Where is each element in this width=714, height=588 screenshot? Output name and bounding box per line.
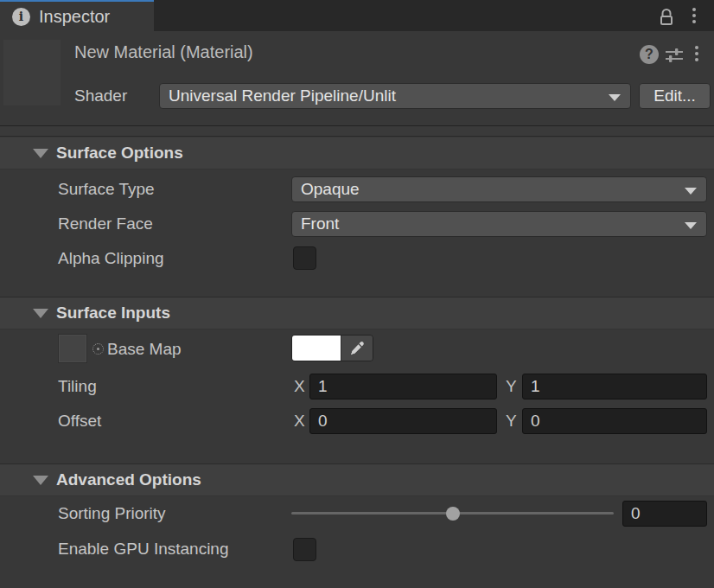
sorting-priority-slider[interactable] (291, 501, 614, 527)
tiling-x-label: X (294, 374, 305, 399)
tiling-x-input[interactable]: 1 (309, 374, 497, 399)
offset-y-input[interactable]: 0 (522, 408, 707, 434)
help-icon[interactable]: ? (640, 45, 659, 64)
object-picker-icon[interactable] (92, 343, 104, 355)
offset-x-input[interactable]: 0 (309, 408, 497, 434)
base-map-color-field[interactable] (291, 335, 373, 361)
material-title: New Material (Material) (74, 42, 253, 62)
foldout-arrow-icon[interactable] (33, 149, 48, 158)
inspector-panel: i Inspector New Material (Material) ? Sh… (0, 0, 714, 588)
offset-x-label: X (294, 408, 305, 434)
eyedropper-button[interactable] (341, 336, 373, 361)
chevron-down-icon (685, 222, 697, 229)
info-icon: i (12, 8, 30, 26)
tab-label: Inspector (39, 7, 110, 27)
material-menu-kebab-icon[interactable] (695, 46, 698, 61)
foldout-arrow-icon[interactable] (33, 309, 48, 318)
foldout-arrow-icon[interactable] (33, 476, 48, 485)
tab-inspector[interactable]: i Inspector (0, 0, 154, 31)
shader-edit-button[interactable]: Edit... (639, 83, 711, 109)
header-separator (0, 125, 714, 137)
tiling-y-input[interactable]: 1 (522, 374, 707, 399)
base-map-texture-slot[interactable] (58, 334, 87, 363)
offset-label: Offset (58, 408, 101, 434)
shader-dropdown-value: Universal Render Pipeline/Unlit (169, 86, 396, 105)
section-header-surface-options[interactable]: Surface Options (0, 137, 714, 169)
section-header-surface-inputs[interactable]: Surface Inputs (0, 297, 714, 329)
section-title: Advanced Options (56, 470, 201, 489)
section-title: Surface Inputs (56, 304, 170, 323)
material-preview-thumbnail[interactable] (3, 40, 61, 105)
gpu-instancing-checkbox[interactable] (293, 538, 316, 561)
eyedropper-icon (349, 341, 365, 356)
sorting-priority-label: Sorting Priority (58, 501, 166, 527)
gpu-instancing-label: Enable GPU Instancing (58, 536, 229, 562)
render-face-dropdown[interactable]: Front (291, 211, 707, 237)
tab-bar: i Inspector (0, 0, 714, 31)
surface-type-dropdown[interactable]: Opaque (291, 176, 707, 202)
presets-icon[interactable] (664, 46, 685, 65)
base-map-color-swatch[interactable] (292, 336, 341, 361)
offset-y-label: Y (506, 408, 517, 434)
tiling-y-label: Y (506, 374, 517, 399)
surface-type-value: Opaque (301, 180, 360, 199)
unlock-icon[interactable] (656, 6, 677, 27)
sorting-priority-input[interactable]: 0 (622, 501, 707, 527)
section-title: Surface Options (56, 144, 183, 163)
section-header-advanced-options[interactable]: Advanced Options (0, 464, 714, 496)
surface-type-label: Surface Type (58, 176, 155, 202)
tiling-label: Tiling (58, 374, 97, 399)
render-face-value: Front (301, 214, 339, 233)
shader-label: Shader (74, 86, 127, 105)
base-map-label: Base Map (107, 336, 182, 362)
alpha-clipping-checkbox[interactable] (293, 246, 316, 270)
tab-menu-kebab-icon[interactable] (692, 8, 696, 23)
chevron-down-icon (685, 188, 697, 195)
shader-dropdown[interactable]: Universal Render Pipeline/Unlit (159, 83, 631, 109)
alpha-clipping-label: Alpha Clipping (58, 246, 164, 272)
chevron-down-icon (609, 94, 621, 101)
render-face-label: Render Face (58, 211, 153, 237)
sorting-priority-slider-knob[interactable] (446, 507, 460, 521)
